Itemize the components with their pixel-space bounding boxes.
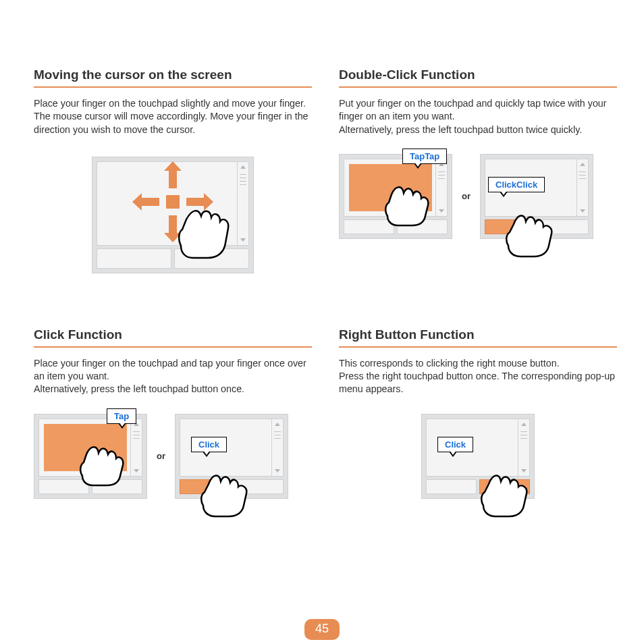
callout-clickclick: ClickClick [488,177,545,192]
callout-click: Click [191,437,227,452]
callout-right-click: Click [437,437,473,452]
body-click: Place your finger on the touchpad and ta… [34,357,312,396]
page-number: 45 [304,619,340,640]
illustration-click: Tap or Click [34,414,312,499]
heading-double-click: Double-Click Function [339,68,617,82]
section-moving-cursor: Moving the cursor on the screen Place yo… [34,68,312,273]
touchpad-diagram [92,157,254,273]
heading-right-button: Right Button Function [339,327,617,342]
content-grid: Moving the cursor on the screen Place yo… [34,68,617,499]
touchpad-diagram-tap [34,414,147,499]
touchpad-diagram-tap [339,154,452,239]
heading-rule [34,346,312,348]
section-right-button: Right Button Function This corresponds t… [339,327,617,499]
heading-moving-cursor: Moving the cursor on the screen [34,68,312,82]
callout-tap: Tap [107,408,136,424]
illustration-right-button: Click [339,414,617,499]
illustration-double-click: TapTap or ClickClick [339,154,617,239]
section-double-click: Double-Click Function Put your finger on… [339,68,617,273]
body-moving-cursor: Place your finger on the touchpad slight… [34,97,312,136]
heading-rule [339,86,617,88]
heading-rule [34,86,312,88]
illustration-moving-cursor [34,157,312,273]
callout-taptap: TapTap [402,149,447,164]
touchpad-diagram-clickclick [480,154,593,239]
or-label: or [154,451,168,461]
body-right-button: This corresponds to clicking the right m… [339,357,617,396]
section-click: Click Function Place your finger on the … [34,327,312,499]
heading-rule [339,346,617,348]
body-double-click: Put your finger on the touchpad and quic… [339,97,617,136]
touchpad-diagram-right-click [421,414,535,499]
heading-click: Click Function [34,327,312,342]
or-label: or [459,191,473,201]
touchpad-diagram-click [175,414,288,499]
